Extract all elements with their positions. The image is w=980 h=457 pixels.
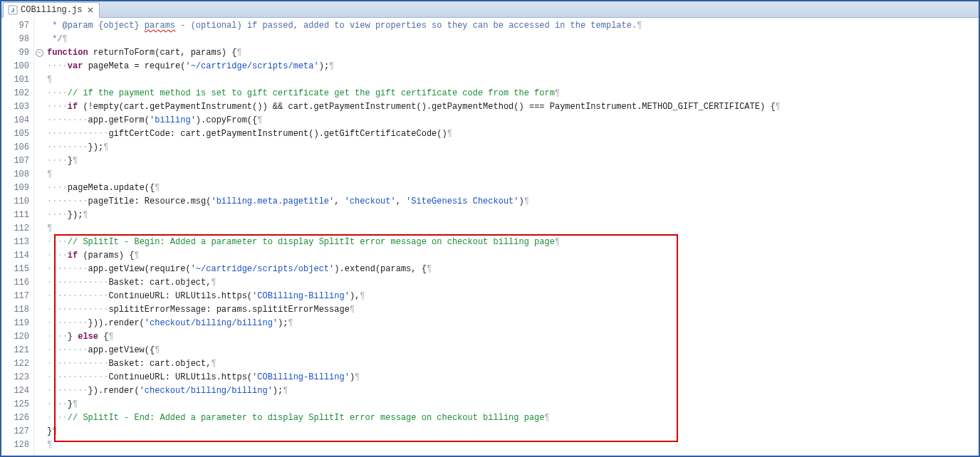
fold-cell xyxy=(34,87,44,100)
fold-cell xyxy=(34,100,44,114)
code-line[interactable]: ····}¶ xyxy=(47,154,979,168)
fold-column: − xyxy=(34,18,44,456)
tab-file-active[interactable]: J COBilling.js xyxy=(3,2,100,18)
fold-cell xyxy=(34,73,44,87)
fold-cell xyxy=(34,182,44,195)
line-number: 108 xyxy=(3,168,29,182)
code-line[interactable]: ····var pageMeta = require('~/cartridge/… xyxy=(47,60,979,73)
code-line[interactable]: ····if (params) {¶ xyxy=(47,249,979,263)
line-number: 115 xyxy=(3,263,29,276)
line-number: 127 xyxy=(3,425,29,438)
line-number: 124 xyxy=(3,384,29,398)
fold-cell xyxy=(34,249,44,263)
code-line[interactable]: ············ContinueURL: URLUtils.https(… xyxy=(47,290,979,303)
fold-cell xyxy=(34,344,44,357)
fold-cell xyxy=(34,141,44,154)
line-number: 110 xyxy=(3,195,29,209)
fold-cell xyxy=(34,168,44,182)
line-number: 121 xyxy=(3,344,29,357)
line-number: 125 xyxy=(3,398,29,411)
fold-cell xyxy=(34,276,44,290)
code-line[interactable]: ¶ xyxy=(47,222,979,236)
javascript-file-icon: J xyxy=(8,5,18,15)
code-line[interactable]: ············Basket: cart.object,¶ xyxy=(47,357,979,371)
fold-cell xyxy=(34,33,44,46)
tab-file-label: COBilling.js xyxy=(21,5,82,15)
code-line[interactable]: ············giftCertCode: cart.getPaymen… xyxy=(47,127,979,141)
fold-cell xyxy=(34,357,44,371)
code-line[interactable]: */¶ xyxy=(47,33,979,46)
code-line[interactable]: function returnToForm(cart, params) {¶ xyxy=(47,46,979,60)
code-line[interactable]: ¶ xyxy=(47,168,979,182)
line-number: 109 xyxy=(3,182,29,195)
line-number: 128 xyxy=(3,438,29,452)
line-number: 107 xyxy=(3,154,29,168)
fold-cell xyxy=(34,411,44,425)
line-number: 100 xyxy=(3,60,29,73)
code-line[interactable]: ····} else {¶ xyxy=(47,330,979,344)
fold-cell xyxy=(34,114,44,127)
line-number: 105 xyxy=(3,127,29,141)
code-line[interactable]: ····}¶ xyxy=(47,398,979,411)
code-line[interactable]: ············ContinueURL: URLUtils.https(… xyxy=(47,371,979,384)
fold-cell xyxy=(34,371,44,384)
code-area: 9798991001011021031041051061071081091101… xyxy=(1,18,979,456)
svg-text:J: J xyxy=(11,7,14,14)
line-number: 99 xyxy=(3,46,29,60)
fold-cell xyxy=(34,195,44,209)
line-number: 104 xyxy=(3,114,29,127)
fold-toggle-icon[interactable]: − xyxy=(36,49,43,57)
code-line[interactable]: * @param {object} params - (optional) if… xyxy=(47,19,979,33)
code-line[interactable]: ············splititErrorMessage: params.… xyxy=(47,303,979,317)
close-icon[interactable] xyxy=(86,6,95,14)
line-number: 126 xyxy=(3,411,29,425)
line-number: 97 xyxy=(3,19,29,33)
fold-cell xyxy=(34,222,44,236)
line-number: 102 xyxy=(3,87,29,100)
code-line[interactable]: ¶ xyxy=(47,438,979,452)
code-line[interactable]: ············Basket: cart.object,¶ xyxy=(47,276,979,290)
line-number: 119 xyxy=(3,317,29,330)
line-number: 103 xyxy=(3,100,29,114)
fold-cell xyxy=(34,154,44,168)
code-line[interactable]: ········pageTitle: Resource.msg('billing… xyxy=(47,195,979,209)
fold-cell xyxy=(34,384,44,398)
fold-cell xyxy=(34,303,44,317)
editor-frame: J COBilling.js 9798991001011021031041051… xyxy=(0,0,980,457)
fold-cell xyxy=(34,425,44,438)
line-number: 111 xyxy=(3,209,29,222)
line-number: 112 xyxy=(3,222,29,236)
line-number: 120 xyxy=(3,330,29,344)
code-line[interactable]: ····});¶ xyxy=(47,209,979,222)
line-number: 118 xyxy=(3,303,29,317)
code-line[interactable]: ¶ xyxy=(47,73,979,87)
line-number: 98 xyxy=(3,33,29,46)
code-line[interactable]: ········}).render('checkout/billing/bill… xyxy=(47,384,979,398)
code-line[interactable]: ····if (!empty(cart.getPaymentInstrument… xyxy=(47,100,979,114)
code-line[interactable]: ········})).render('checkout/billing/bil… xyxy=(47,317,979,330)
code-line[interactable]: ····// if the payment method is set to g… xyxy=(47,87,979,100)
tab-bar: J COBilling.js xyxy=(1,1,979,18)
code-line[interactable]: }¶ xyxy=(47,425,979,438)
code-line[interactable]: ····pageMeta.update({¶ xyxy=(47,182,979,195)
code-line[interactable]: ········});¶ xyxy=(47,141,979,154)
code-content[interactable]: * @param {object} params - (optional) if… xyxy=(44,18,979,456)
line-number: 123 xyxy=(3,371,29,384)
code-line[interactable]: ········app.getView({¶ xyxy=(47,344,979,357)
code-line[interactable]: ····// SplitIt - Begin: Added a paramete… xyxy=(47,236,979,249)
fold-cell xyxy=(34,398,44,411)
fold-cell xyxy=(34,330,44,344)
line-number: 117 xyxy=(3,290,29,303)
line-number: 106 xyxy=(3,141,29,154)
line-number: 101 xyxy=(3,73,29,87)
fold-cell xyxy=(34,60,44,73)
fold-cell xyxy=(34,19,44,33)
line-number: 116 xyxy=(3,276,29,290)
code-line[interactable]: ········app.getView(require('~/cartridge… xyxy=(47,263,979,276)
fold-cell: − xyxy=(34,46,44,60)
fold-cell xyxy=(34,438,44,452)
line-number-gutter: 9798991001011021031041051061071081091101… xyxy=(1,18,34,456)
code-line[interactable]: ····// SplitIt - End: Added a parameter … xyxy=(47,411,979,425)
code-line[interactable]: ········app.getForm('billing').copyFrom(… xyxy=(47,114,979,127)
fold-cell xyxy=(34,209,44,222)
